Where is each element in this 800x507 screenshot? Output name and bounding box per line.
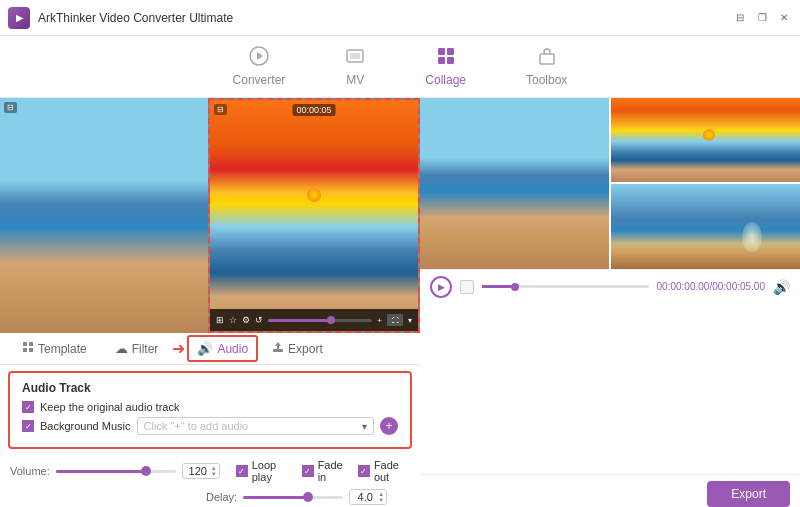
volume-slider[interactable] [56, 470, 176, 473]
beach-left-bg [420, 98, 609, 269]
delay-arrows[interactable]: ▲▼ [378, 491, 384, 503]
minimize-button[interactable]: ⊟ [732, 10, 748, 26]
preview-panel-center[interactable]: ⊟ 00:00:05 ⊞ ☆ ⚙ ↺ + [208, 98, 420, 333]
panel-icon-center: ⊟ [214, 104, 227, 115]
loop-play-item: Loop play [236, 459, 292, 483]
filter-label: Filter [132, 342, 159, 356]
right-panel-right [611, 98, 800, 269]
svg-rect-11 [23, 348, 27, 352]
mv-icon [345, 46, 365, 71]
video-progress-fill [268, 319, 331, 322]
playback-time: 00:00:00.00/00:00:05.00 [657, 281, 765, 292]
window-controls: ⊟ ❐ ✕ [732, 10, 792, 26]
fade-in-checkbox[interactable] [302, 465, 314, 477]
delay-value: 4.0 [352, 491, 378, 503]
tab-converter[interactable]: Converter [223, 42, 296, 91]
tab-toolbox[interactable]: Toolbox [516, 42, 577, 91]
app-title: ArkThinker Video Converter Ultimate [38, 11, 732, 25]
playback-progress-track[interactable] [482, 285, 649, 288]
converter-icon [249, 46, 269, 71]
vc-rotate-btn[interactable]: ↺ [255, 315, 263, 325]
fade-out-checkbox[interactable] [358, 465, 370, 477]
sub-tab-audio[interactable]: 🔊 Audio [187, 335, 258, 362]
video-progress-thumb[interactable] [327, 316, 335, 324]
maximize-button[interactable]: ❐ [754, 10, 770, 26]
svg-rect-5 [447, 48, 454, 55]
right-panel: ▶ 00:00:00.00/00:00:05.00 🔊 Export [420, 98, 800, 507]
svg-rect-9 [23, 342, 27, 346]
audio-label: Audio [217, 342, 248, 356]
panel-icon-left: ⊟ [4, 102, 17, 113]
export-bar: Export [420, 474, 800, 507]
vc-settings-btn[interactable]: ⚙ [242, 315, 250, 325]
volume-thumb[interactable] [141, 466, 151, 476]
volume-value: 120 [185, 465, 211, 477]
bg-music-checkbox[interactable] [22, 420, 34, 432]
fullscreen-icon: ⛶ [392, 317, 399, 324]
background-music-row: Background Music Click "+" to add audio … [22, 417, 398, 435]
template-icon [22, 341, 34, 356]
red-arrow-indicator: ➜ [172, 339, 185, 358]
mv-label: MV [346, 73, 364, 87]
volume-control: Volume: 120 ▲▼ [10, 463, 220, 479]
delay-number-input[interactable]: 4.0 ▲▼ [349, 489, 387, 505]
video-progress-track[interactable] [268, 319, 372, 322]
export-button[interactable]: Export [707, 481, 790, 507]
vc-layout-btn[interactable]: ⊞ [216, 315, 224, 325]
svg-rect-7 [447, 57, 454, 64]
bg-music-input[interactable]: Click "+" to add audio ▾ [137, 417, 375, 435]
play-button[interactable]: ▶ [430, 276, 452, 298]
preview-panels: ⊟ ⊟ 00:00:05 ⊞ ☆ ⚙ ↺ [0, 98, 420, 333]
volume-icon[interactable]: 🔊 [773, 279, 790, 295]
tab-collage[interactable]: Collage [415, 42, 476, 91]
sun-top-right [703, 129, 715, 141]
vc-chevron[interactable]: ▾ [408, 316, 412, 325]
fade-in-item: Fade in [302, 459, 348, 483]
playback-bar: ▶ 00:00:00.00/00:00:05.00 🔊 [420, 269, 800, 304]
audio-icon: 🔊 [197, 341, 213, 356]
delay-slider[interactable] [243, 496, 343, 499]
right-spacer [420, 304, 800, 475]
right-panel-left [420, 98, 611, 269]
audio-track-title: Audio Track [22, 381, 398, 395]
volume-number-input[interactable]: 120 ▲▼ [182, 463, 220, 479]
template-label: Template [38, 342, 87, 356]
svg-rect-3 [350, 53, 360, 59]
app-logo: ▶ [8, 7, 30, 29]
delay-thumb[interactable] [303, 492, 313, 502]
close-button[interactable]: ✕ [776, 10, 792, 26]
sun-center [307, 188, 321, 202]
stop-button[interactable] [460, 280, 474, 294]
playback-progress-fill [482, 285, 515, 288]
delay-control: Delay: 4.0 ▲▼ [206, 489, 387, 505]
vc-star-btn[interactable]: ☆ [229, 315, 237, 325]
beach-top-right-bg [611, 98, 800, 182]
loop-play-label: Loop play [252, 459, 292, 483]
keep-original-label: Keep the original audio track [40, 401, 179, 413]
dropdown-arrow-icon[interactable]: ▾ [362, 421, 367, 432]
volume-arrows[interactable]: ▲▼ [211, 465, 217, 477]
svg-marker-1 [257, 52, 263, 60]
titlebar: ▶ ArkThinker Video Converter Ultimate ⊟ … [0, 0, 800, 36]
right-panel-top-right [611, 98, 800, 184]
audio-settings-area: Audio Track Keep the original audio trac… [0, 365, 420, 507]
right-checkboxes: Loop play Fade in Fade out [236, 459, 410, 483]
collage-icon [436, 46, 456, 71]
add-audio-button[interactable]: + [380, 417, 398, 435]
sub-tab-template[interactable]: Template [8, 333, 101, 364]
sub-tab-filter[interactable]: ☁ Filter [101, 333, 173, 364]
svg-rect-6 [438, 57, 445, 64]
loop-play-checkbox[interactable] [236, 465, 248, 477]
playback-progress-thumb[interactable] [511, 283, 519, 291]
sub-tabs: Template ☁ Filter ➜ 🔊 Audio Export [0, 333, 420, 365]
export-subtab-label: Export [288, 342, 323, 356]
sub-tab-export[interactable]: Export [258, 333, 337, 364]
svg-rect-8 [540, 54, 554, 64]
fullscreen-btn[interactable]: ⛶ [387, 314, 403, 326]
beach-bottom-right-bg [611, 184, 800, 268]
tab-mv[interactable]: MV [335, 42, 375, 91]
bg-music-label: Background Music [40, 420, 131, 432]
fade-out-item: Fade out [358, 459, 410, 483]
svg-marker-14 [275, 342, 281, 349]
keep-original-checkbox[interactable] [22, 401, 34, 413]
